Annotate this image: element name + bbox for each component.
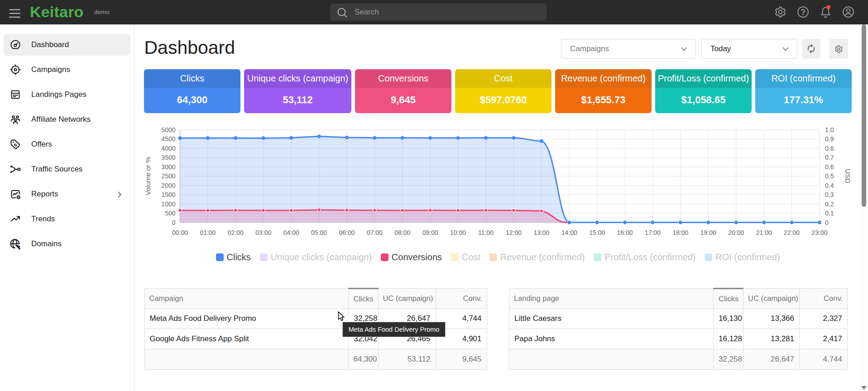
svg-text:1000: 1000: [161, 200, 175, 208]
svg-text:0.4: 0.4: [825, 182, 834, 189]
svg-text:17:00: 17:00: [645, 229, 661, 236]
svg-text:16:00: 16:00: [617, 229, 633, 236]
svg-text:11:00: 11:00: [478, 229, 494, 236]
svg-text:0: 0: [172, 219, 176, 226]
svg-text:23:00: 23:00: [811, 229, 827, 236]
svg-text:0.8: 0.8: [825, 145, 834, 152]
svg-text:07:00: 07:00: [367, 229, 383, 236]
svg-text:13:00: 13:00: [533, 229, 549, 236]
svg-text:06:00: 06:00: [339, 229, 355, 236]
svg-text:500: 500: [165, 210, 176, 217]
svg-text:0: 0: [825, 219, 829, 226]
svg-text:03:00: 03:00: [255, 229, 271, 236]
svg-text:14:00: 14:00: [561, 229, 577, 236]
svg-text:08:00: 08:00: [394, 229, 410, 236]
svg-text:1500: 1500: [161, 191, 175, 198]
svg-text:3000: 3000: [161, 163, 175, 171]
svg-text:2500: 2500: [161, 172, 175, 180]
svg-text:0.5: 0.5: [825, 172, 834, 180]
svg-text:10:00: 10:00: [450, 229, 466, 236]
svg-text:21:00: 21:00: [756, 229, 772, 236]
svg-text:20:00: 20:00: [728, 229, 744, 236]
svg-text:0.7: 0.7: [825, 154, 834, 161]
svg-text:0.1: 0.1: [825, 210, 834, 217]
svg-text:09:00: 09:00: [422, 229, 438, 236]
svg-text:01:00: 01:00: [200, 229, 216, 236]
svg-text:00:00: 00:00: [172, 229, 188, 236]
svg-text:1.0: 1.0: [825, 126, 834, 134]
svg-text:0.6: 0.6: [825, 163, 834, 171]
svg-text:4000: 4000: [161, 145, 175, 152]
svg-text:18:00: 18:00: [672, 229, 688, 236]
svg-text:05:00: 05:00: [311, 229, 327, 236]
svg-text:2000: 2000: [161, 182, 175, 189]
svg-text:3500: 3500: [161, 154, 175, 161]
svg-text:4500: 4500: [161, 135, 175, 143]
svg-text:5000: 5000: [161, 126, 175, 134]
svg-text:19:00: 19:00: [700, 229, 716, 236]
svg-text:0.3: 0.3: [825, 191, 834, 198]
svg-text:22:00: 22:00: [784, 229, 800, 236]
svg-text:Volume or %: Volume or %: [144, 157, 152, 195]
svg-text:15:00: 15:00: [589, 229, 605, 236]
svg-text:0.2: 0.2: [825, 200, 834, 208]
svg-text:0.9: 0.9: [825, 135, 834, 143]
svg-text:USD: USD: [844, 169, 852, 183]
svg-text:02:00: 02:00: [228, 229, 244, 236]
svg-text:12:00: 12:00: [506, 229, 522, 236]
svg-text:04:00: 04:00: [283, 229, 299, 236]
